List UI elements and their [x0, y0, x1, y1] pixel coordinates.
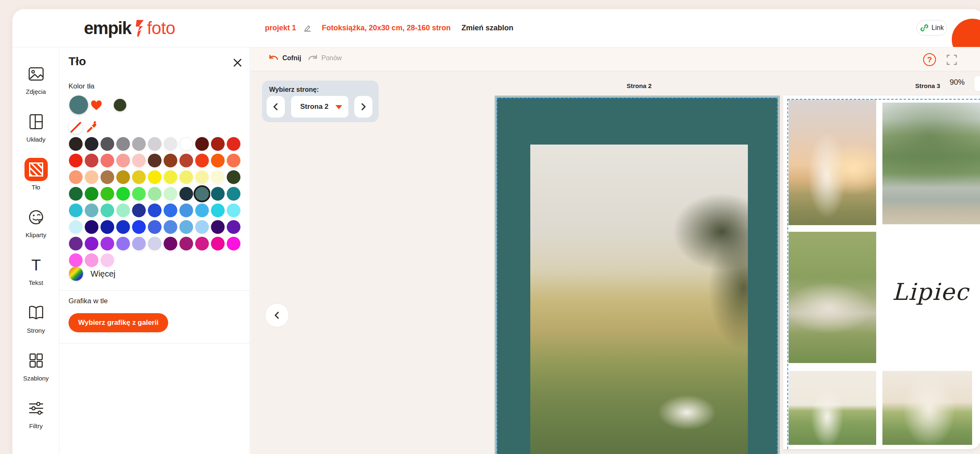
color-swatch-6-6[interactable]: [164, 237, 177, 250]
color-swatch-1-4[interactable]: [132, 154, 146, 167]
color-swatch-4-10[interactable]: [227, 204, 240, 217]
color-swatch-2-0[interactable]: [69, 170, 83, 184]
previous-page-button[interactable]: [267, 96, 285, 118]
collapse-panel-button[interactable]: [265, 303, 289, 327]
color-swatch-6-9[interactable]: [211, 237, 225, 250]
color-swatch-6-5[interactable]: [148, 237, 162, 250]
change-template-button[interactable]: Zmień szablon: [461, 24, 513, 32]
color-swatch-7-2[interactable]: [100, 253, 114, 267]
share-link-button[interactable]: Link: [916, 20, 947, 36]
sidebar-item-szablony[interactable]: Szablony: [12, 349, 59, 392]
color-swatch-2-9[interactable]: [211, 170, 225, 184]
color-swatch-0-3[interactable]: [116, 137, 130, 151]
sidebar-item-tekst[interactable]: TTekst: [12, 253, 59, 297]
color-swatch-5-10[interactable]: [227, 220, 240, 234]
alternate-color-swatch[interactable]: [114, 99, 126, 111]
color-swatch-1-0[interactable]: [69, 154, 83, 167]
more-colors-button[interactable]: Więcej: [69, 267, 115, 281]
color-swatch-1-1[interactable]: [85, 154, 98, 167]
color-swatch-4-1[interactable]: [85, 204, 98, 217]
color-swatch-5-5[interactable]: [148, 220, 162, 234]
color-swatch-6-4[interactable]: [132, 237, 146, 250]
color-swatch-3-9[interactable]: [211, 187, 225, 201]
color-swatch-4-0[interactable]: [69, 204, 83, 217]
color-swatch-3-8[interactable]: [195, 187, 209, 201]
color-swatch-3-7[interactable]: [179, 187, 193, 201]
heart-icon[interactable]: [90, 99, 103, 111]
sidebar-item-filtry[interactable]: Filtry: [12, 397, 59, 440]
book-page-left[interactable]: [495, 96, 780, 454]
book-page-right[interactable]: Lipiec: [783, 96, 980, 449]
sidebar-item-kliparty[interactable]: Kliparty: [12, 206, 59, 249]
color-swatch-4-7[interactable]: [179, 204, 193, 217]
photo-couple-car[interactable]: [882, 103, 980, 224]
color-swatch-5-3[interactable]: [116, 220, 130, 234]
sidebar-item-uklady[interactable]: Układy: [12, 110, 59, 153]
close-icon[interactable]: [231, 56, 244, 69]
color-swatch-2-8[interactable]: [195, 170, 209, 184]
sidebar-item-zdjecia[interactable]: Zdjęcia: [12, 62, 59, 106]
color-swatch-4-9[interactable]: [211, 204, 225, 217]
color-swatch-1-9[interactable]: [211, 154, 225, 167]
color-swatch-2-6[interactable]: [164, 170, 177, 184]
color-swatch-6-1[interactable]: [85, 237, 98, 250]
color-swatch-5-0[interactable]: [69, 220, 83, 234]
color-swatch-1-3[interactable]: [116, 154, 130, 167]
color-swatch-2-7[interactable]: [179, 170, 193, 184]
color-swatch-5-8[interactable]: [195, 220, 209, 234]
color-swatch-2-5[interactable]: [148, 170, 162, 184]
color-swatch-5-2[interactable]: [100, 220, 114, 234]
color-swatch-1-10[interactable]: [227, 154, 240, 167]
color-swatch-5-6[interactable]: [164, 220, 177, 234]
photo-couple-field[interactable]: [789, 371, 876, 445]
color-swatch-5-9[interactable]: [211, 220, 225, 234]
sidebar-item-tlo[interactable]: Tło: [12, 158, 59, 201]
photo-field-picnic[interactable]: [530, 145, 748, 454]
color-swatch-2-10[interactable]: [227, 170, 240, 184]
color-swatch-3-3[interactable]: [116, 187, 130, 201]
color-swatch-0-5[interactable]: [148, 137, 162, 151]
edit-pencil-icon[interactable]: [303, 23, 313, 33]
zoom-control[interactable]: [974, 76, 980, 91]
color-swatch-3-1[interactable]: [85, 187, 98, 201]
color-swatch-2-1[interactable]: [85, 170, 98, 184]
undo-button[interactable]: Cofnij: [269, 54, 301, 63]
photo-couple-sunset[interactable]: [789, 100, 876, 225]
color-swatch-1-5[interactable]: [148, 154, 162, 167]
color-swatch-0-0[interactable]: [69, 137, 83, 151]
color-swatch-5-4[interactable]: [132, 220, 146, 234]
color-swatch-0-6[interactable]: [164, 137, 177, 151]
redo-button[interactable]: Ponów: [308, 54, 342, 63]
color-swatch-4-8[interactable]: [195, 204, 209, 217]
color-swatch-3-4[interactable]: [132, 187, 146, 201]
color-swatch-6-0[interactable]: [69, 237, 83, 250]
photo-picnic-blanket[interactable]: [789, 232, 876, 363]
sidebar-item-strony[interactable]: Strony: [12, 301, 59, 344]
help-icon[interactable]: ?: [923, 53, 936, 66]
color-swatch-3-2[interactable]: [100, 187, 114, 201]
color-swatch-0-7[interactable]: [179, 137, 193, 151]
choose-graphic-button[interactable]: Wybierz grafikę z galerii: [69, 313, 168, 332]
color-swatch-4-3[interactable]: [116, 204, 130, 217]
month-caption[interactable]: Lipiec: [881, 278, 980, 305]
color-swatch-0-9[interactable]: [211, 137, 225, 151]
color-swatch-6-8[interactable]: [195, 237, 209, 250]
color-swatch-2-3[interactable]: [116, 170, 130, 184]
color-swatch-4-2[interactable]: [100, 204, 114, 217]
color-swatch-6-2[interactable]: [100, 237, 114, 250]
color-swatch-2-2[interactable]: [100, 170, 114, 184]
color-swatch-4-5[interactable]: [148, 204, 162, 217]
color-swatch-0-4[interactable]: [132, 137, 146, 151]
color-swatch-3-6[interactable]: [164, 187, 177, 201]
color-swatch-7-1[interactable]: [85, 253, 98, 267]
color-swatch-0-2[interactable]: [100, 137, 114, 151]
color-swatch-1-6[interactable]: [164, 154, 177, 167]
color-swatch-1-8[interactable]: [195, 154, 209, 167]
color-swatch-3-5[interactable]: [148, 187, 162, 201]
project-name[interactable]: projekt 1: [265, 24, 296, 32]
color-swatch-6-10[interactable]: [227, 237, 240, 250]
color-swatch-7-0[interactable]: [69, 253, 83, 267]
no-color-icon[interactable]: [69, 120, 83, 134]
fullscreen-icon[interactable]: [946, 54, 958, 66]
eyedropper-icon[interactable]: [85, 120, 98, 134]
